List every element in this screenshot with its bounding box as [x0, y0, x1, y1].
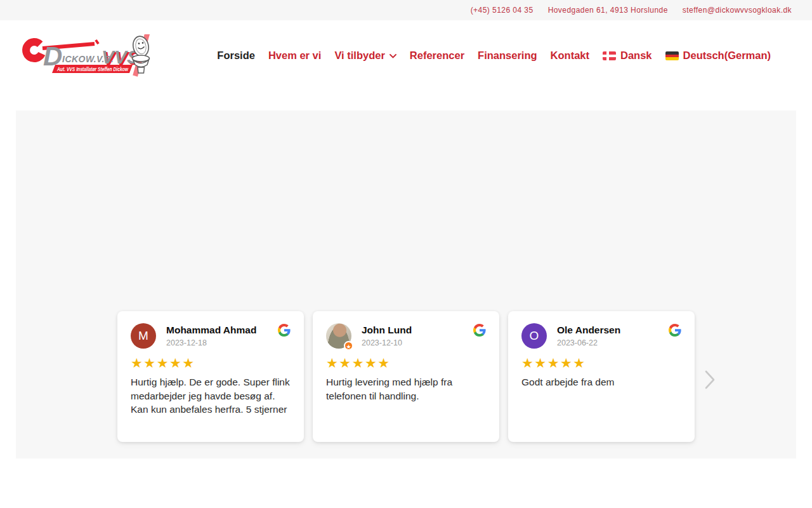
- nav-item-hvem-er-vi[interactable]: Hvem er vi: [268, 50, 321, 62]
- reviewer-name: John Lund: [362, 323, 473, 336]
- nav-item-dansk[interactable]: Dansk: [603, 50, 652, 62]
- review-text: Hurtig hjælp. De er gode. Super flink me…: [131, 375, 291, 417]
- email-link[interactable]: steffen@dickowvvsogkloak.dk: [683, 6, 792, 15]
- star-rating: ★★★★★: [326, 356, 486, 370]
- review-text: Hurtig levering med hjælp fra telefonen …: [326, 375, 486, 403]
- germany-flag-icon: [665, 51, 679, 60]
- reviewer-name: Ole Andersen: [557, 323, 669, 336]
- chevron-down-icon: [390, 54, 396, 58]
- top-contact-bar: (+45) 5126 04 35 Hovedgaden 61, 4913 Hor…: [0, 0, 812, 20]
- google-reviews-section: M Mohammad Ahmad 2023-12-18 ★★★★★ Hurtig…: [16, 110, 796, 458]
- nav-item-finansering[interactable]: Finansering: [478, 50, 537, 62]
- site-header: VVS VVS D ICKOW.V.S. Aut. VVS Installatø…: [0, 20, 812, 91]
- star-rating: ★★★★★: [521, 356, 681, 370]
- reviewer-name: Mohammad Ahmad: [166, 323, 278, 336]
- avatar: ★: [326, 323, 351, 349]
- google-icon[interactable]: [669, 324, 681, 337]
- nav-item-kontakt[interactable]: Kontakt: [551, 50, 589, 62]
- dickow-vvs-logo: VVS VVS D ICKOW.V.S. Aut. VVS Installatø…: [21, 34, 153, 77]
- denmark-flag-icon: [603, 51, 616, 60]
- avatar: O: [521, 323, 547, 349]
- review-date: 2023-12-18: [166, 338, 278, 347]
- review-card: O Ole Andersen 2023-06-22 ★★★★★ Godt arb…: [508, 311, 695, 442]
- google-icon[interactable]: [278, 324, 291, 337]
- nav-item-referencer[interactable]: Referencer: [410, 50, 464, 62]
- logo-word: ICKOW.V.S.: [62, 54, 114, 64]
- carousel-next-button[interactable]: [696, 363, 724, 396]
- google-icon[interactable]: [473, 324, 486, 337]
- review-date: 2023-06-22: [557, 338, 669, 347]
- address-text: Hovedgaden 61, 4913 Horslunde: [548, 6, 668, 15]
- chevron-right-icon: [705, 370, 716, 389]
- nav-item-vi-tilbyder[interactable]: Vi tilbyder: [334, 50, 396, 62]
- review-text: Godt arbejde fra dem: [521, 375, 681, 389]
- reviews-carousel: M Mohammad Ahmad 2023-12-18 ★★★★★ Hurtig…: [117, 311, 695, 442]
- main-nav: Forside Hvem er vi Vi tilbyder Reference…: [217, 50, 771, 62]
- wrench-icon: [26, 42, 42, 58]
- local-guide-badge-icon: ★: [344, 341, 353, 351]
- star-rating: ★★★★★: [131, 356, 291, 370]
- logo-home-link[interactable]: VVS VVS D ICKOW.V.S. Aut. VVS Installatø…: [21, 34, 153, 77]
- logo-tagline: Aut. VVS Installatør Steffen Dickow: [56, 66, 129, 72]
- review-date: 2023-12-10: [362, 338, 473, 347]
- review-card: M Mohammad Ahmad 2023-12-18 ★★★★★ Hurtig…: [117, 311, 304, 442]
- logo-flick: [96, 40, 98, 44]
- phone-link[interactable]: (+45) 5126 04 35: [471, 6, 534, 15]
- nav-item-deutsch[interactable]: Deutsch(German): [665, 50, 771, 62]
- nav-item-forside[interactable]: Forside: [217, 50, 255, 62]
- avatar: M: [131, 323, 156, 349]
- review-card: ★ John Lund 2023-12-10 ★★★★★ Hurtig leve…: [313, 311, 499, 442]
